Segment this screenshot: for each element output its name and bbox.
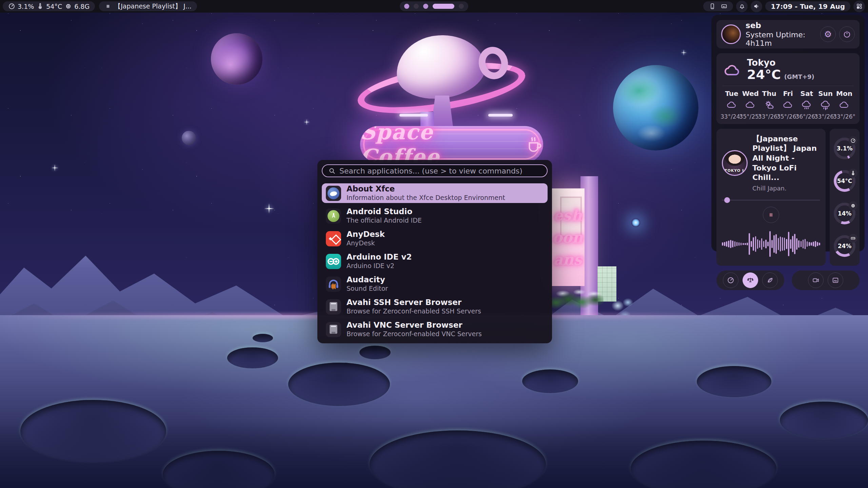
visualizer-bar [722, 242, 723, 246]
widgets-sidebar: seb System Uptime: 4h11m ⚙ Tokyo [711, 15, 865, 251]
workspace-dot[interactable] [459, 4, 464, 9]
cloud-icon [783, 100, 793, 111]
app-grid-button[interactable] [853, 1, 865, 12]
weather-timezone: (GMT+9) [784, 73, 814, 80]
tray-devices-module[interactable] [703, 1, 733, 11]
desktop: Space Coffee esh oon ans [0, 0, 868, 488]
power-icon [843, 30, 851, 38]
screen-record-button[interactable] [808, 272, 824, 288]
visualizer-bar [751, 241, 752, 247]
pause-icon [104, 3, 112, 10]
video-camera-icon [812, 277, 820, 284]
pause-button[interactable] [763, 207, 779, 223]
app-item-about-xfce[interactable]: About Xfce Information about the Xfce De… [322, 183, 548, 203]
now-playing-module[interactable]: 【Japanese Playlist】 J... [99, 1, 197, 11]
username: seb [746, 21, 815, 30]
app-item-arduino-ide[interactable]: Arduino IDE v2 Arduino IDE v2 [322, 251, 548, 271]
visualizer-bar [771, 240, 773, 248]
weather-card: Tokyo 24°C (GMT+9) Tue 33°/24° Wed [716, 53, 860, 124]
forecast-day: Thu 33°/26° [760, 89, 778, 120]
workspace-dot[interactable] [404, 4, 409, 9]
balanced-button[interactable] [743, 272, 758, 288]
sidebar-bottom-row [716, 270, 860, 290]
arduino-icon [326, 254, 341, 269]
visualizer-bar [767, 242, 769, 246]
system-uptime: System Uptime: 4h11m [746, 30, 815, 47]
track-artist: Chill Japan. [752, 185, 820, 192]
performance-button[interactable] [723, 272, 738, 288]
system-stats-module[interactable]: 3.1% 54°C 6.8G [3, 1, 95, 11]
window-neon-line: ans [553, 251, 582, 268]
seek-slider[interactable] [722, 197, 820, 203]
screenshot-button[interactable] [828, 272, 843, 288]
notifications-button[interactable] [736, 1, 748, 12]
app-item-audacity[interactable]: Audacity Sound Editor [322, 274, 548, 294]
cloud-icon [726, 100, 737, 111]
app-description: Browse for Zeroconf-enabled VNC Servers [347, 330, 482, 338]
avatar [721, 24, 741, 44]
workspace-dot-active[interactable] [433, 4, 454, 9]
visualizer-bar [773, 235, 775, 253]
app-description: Information about the Xfce Desktop Envir… [347, 194, 505, 202]
visualizer-bar [728, 241, 729, 247]
thermometer-icon [37, 3, 44, 10]
visualizer-bar [724, 242, 725, 246]
window-neon-line: esh [553, 207, 582, 224]
neon-sign-text: Space Coffee [360, 126, 520, 163]
app-title: Avahi VNC Server Browser [347, 321, 482, 330]
storm-icon [820, 100, 831, 111]
visualizer-bar [769, 231, 771, 257]
visualizer-bar [732, 241, 733, 247]
rain-icon [801, 100, 812, 111]
workspace-dot[interactable] [414, 4, 419, 9]
volume-button[interactable] [751, 1, 762, 12]
cpu-gauge: 3.1% [834, 138, 855, 159]
crater [522, 369, 578, 393]
clock-module[interactable]: 17:09 - Tue, 19 Aug [765, 1, 850, 11]
visualizer-bar [784, 238, 785, 250]
app-description: The official Android IDE [347, 217, 422, 225]
neon-sign: Space Coffee [360, 126, 543, 163]
media-progress-thumb[interactable] [724, 197, 730, 203]
app-title: Android Studio [347, 207, 422, 217]
settings-button[interactable]: ⚙ [820, 26, 836, 42]
visualizer-bar [745, 243, 746, 245]
powersave-button[interactable] [762, 272, 778, 288]
ram-gauge: 14% [834, 203, 855, 224]
search-input[interactable] [339, 167, 541, 175]
app-title: Audacity [347, 275, 388, 285]
app-item-android-studio[interactable]: Android Studio The official Android IDE [322, 206, 548, 226]
visualizer-bar [809, 242, 810, 246]
visualizer-bar [803, 240, 804, 248]
sign-lamp [488, 114, 513, 117]
sun-cloud-icon [764, 100, 775, 111]
visualizer-bar [796, 238, 797, 250]
power-button[interactable] [839, 26, 855, 42]
workspace-indicator[interactable] [400, 1, 468, 11]
search-bar[interactable] [322, 164, 548, 177]
app-title: About Xfce [347, 184, 505, 194]
user-card: seb System Uptime: 4h11m ⚙ [716, 20, 860, 48]
media-player-card: TOKYO L 【Japanese Playlist】 Japan All Ni… [716, 129, 826, 266]
app-list: About Xfce Information about the Xfce De… [322, 183, 548, 339]
gauge-icon [850, 138, 856, 143]
divider [723, 86, 853, 86]
visualizer-bar [798, 240, 800, 248]
capture-button-group [792, 270, 860, 290]
app-item-avahi-vnc[interactable]: Avahi VNC Server Browser Browse for Zero… [322, 320, 548, 339]
workspace-dot[interactable] [423, 4, 428, 9]
visualizer-bar [741, 243, 742, 245]
app-item-avahi-ssh[interactable]: Avahi SSH Server Browser Browse for Zero… [322, 297, 548, 317]
crater [370, 430, 546, 488]
app-description: Sound Editor [347, 285, 388, 293]
visualizer-bar [794, 234, 795, 254]
app-item-anydesk[interactable]: AnyDesk AnyDesk [322, 229, 548, 248]
anydesk-icon [326, 231, 341, 246]
cloud-icon [745, 100, 756, 111]
cloud-icon [839, 100, 850, 111]
track-title-line2: All Night - Tokyo LoFi Chill... [752, 154, 820, 183]
visualizer-bar [780, 237, 781, 251]
visualizer-bar [805, 239, 806, 249]
bell-icon [738, 3, 746, 10]
crater [163, 451, 275, 488]
